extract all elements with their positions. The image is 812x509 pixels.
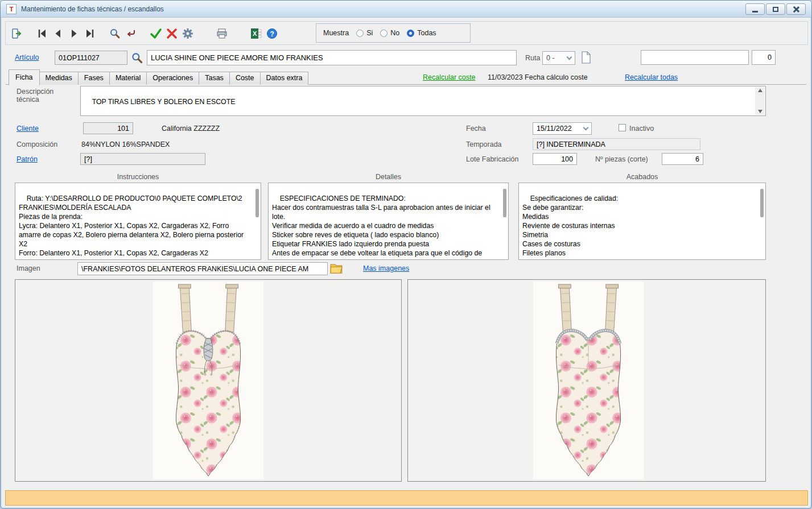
tab-ficha[interactable]: Ficha [9,69,40,85]
muestra-group: Muestra Si No Todas [316,23,471,43]
previous-record-icon [52,27,64,40]
scroll-down-icon[interactable] [758,110,762,113]
patron-field[interactable]: [?] [80,153,205,165]
acabados-scrollbar[interactable] [760,189,764,217]
num-piezas-field[interactable]: 6 [662,153,703,165]
last-record-button[interactable] [82,26,98,41]
fecha-combo[interactable]: 15/11/2022 [533,122,592,135]
descripcion-tecnica-value: TOP TIRAS LIBRES Y BOLERO EN ESCOTE [92,98,236,106]
muestra-radio-si[interactable]: Si [356,29,373,37]
descripcion-scrollbar[interactable] [755,87,765,115]
svg-text:X: X [253,30,257,37]
tools-gear-icon [182,27,194,40]
cancel-x-icon [165,27,179,40]
detalles-header: Detalles [268,173,509,181]
tab-tasas[interactable]: Tasas [199,72,230,85]
app-window: T Mantenimiento de fichas técnicas / esc… [0,0,812,509]
tab-operaciones[interactable]: Operaciones [146,72,199,85]
radio-todas-label: Todas [417,29,436,37]
detalles-scrollbar[interactable] [503,189,506,217]
temporada-field: [?] INDETERMINADA [533,138,700,150]
detalles-textarea[interactable]: ESPECIFICACIONES DE TERMINADO: Hacer dos… [268,183,509,260]
print-button[interactable] [214,26,230,41]
tab-strip: Ficha Medidas Fases Material Operaciones… [9,69,308,85]
next-record-button[interactable] [66,26,82,41]
cliente-code-field[interactable]: 101 [83,122,133,134]
restore-button[interactable] [766,3,785,15]
next-record-icon [68,27,80,40]
tab-coste[interactable]: Coste [229,72,261,85]
articulo-search-button[interactable] [130,51,144,67]
main-toolbar: X ? Muestra Si No [5,21,808,45]
tab-fases[interactable]: Fases [78,72,110,85]
recalcular-todas-link[interactable]: Recalcular todas [625,73,678,81]
new-document-button[interactable] [580,51,592,67]
search-icon [130,51,144,65]
radio-no-icon[interactable] [380,30,388,37]
first-record-button[interactable] [34,26,50,41]
help-icon: ? [266,27,278,40]
chevron-down-icon [583,125,589,131]
minimize-button[interactable] [745,3,765,15]
browse-image-button[interactable] [329,262,343,277]
lote-fabricacion-field[interactable]: 100 [533,153,577,165]
instrucciones-textarea[interactable]: Ruta: Y:\DESARROLLO DE PRODUCTO\0 PAQUET… [15,183,261,260]
garment-front-keyhole-image [151,280,265,481]
return-button[interactable] [123,26,139,41]
fecha-calculo-coste-text: 11/03/2023 Fecha cálculo coste [488,73,588,81]
cliente-link[interactable]: Cliente [17,125,39,133]
accept-button[interactable] [148,26,164,41]
window-title: Mantenimiento de fichas técnicas / escan… [21,5,164,13]
muestra-radio-todas[interactable]: Todas [407,29,436,37]
temporada-label: Temporada [466,140,502,148]
radio-si-icon[interactable] [356,30,364,37]
descripcion-tecnica-input[interactable]: TOP TIRAS LIBRES Y BOLERO EN ESCOTE [80,86,766,116]
inactivo-checkbox[interactable] [619,124,626,131]
acabados-textarea[interactable]: Especificaciones de calidad: Se debe gar… [518,183,766,260]
cancel-button[interactable] [164,26,180,41]
help-button[interactable]: ? [264,26,280,41]
close-button[interactable] [786,3,806,15]
articulo-code-field[interactable]: 01OP111027 [55,51,127,65]
recalcular-coste-link[interactable]: Recalcular coste [423,73,475,81]
instrucciones-header: Instrucciones [15,173,261,181]
tab-medidas[interactable]: Medidas [39,72,79,85]
previous-record-button[interactable] [50,26,66,41]
muestra-radio-no[interactable]: No [380,29,399,37]
app-logo-icon: T [6,4,17,14]
ruta-label: Ruta [525,54,540,62]
extra-input-field[interactable] [641,50,749,65]
new-document-icon [580,51,592,64]
instrucciones-text: Ruta: Y:\DESARROLLO DE PRODUCTO\0 PAQUET… [19,195,246,257]
muestra-label: Muestra [323,29,349,37]
tab-datos-extra[interactable]: Datos extra [260,72,309,85]
counter-field[interactable]: 0 [752,50,776,65]
inactivo-label: Inactivo [629,125,654,133]
imagen-path-field[interactable]: \FRANKIES\FOTOS DELANTEROS FRANKIES\LUCI… [77,262,328,275]
status-bar [5,490,808,506]
tab-material[interactable]: Material [109,72,147,85]
composicion-value: 84%NYLON 16%SPANDEX [81,140,170,148]
export-excel-button[interactable]: X [248,26,264,41]
svg-text:?: ? [270,30,274,38]
articulo-description-field[interactable]: LUCIA SHINE ONE PIECE AMORE MIO FRANKIES [147,50,517,65]
lote-fabricacion-label: Lote Fabricación [466,155,518,163]
title-bar[interactable]: T Mantenimiento de fichas técnicas / esc… [1,1,811,18]
last-record-icon [84,27,96,40]
garment-front-lace-image [531,280,645,481]
acabados-header: Acabados [518,173,766,181]
radio-todas-icon[interactable] [407,30,414,37]
articulo-link[interactable]: Artículo [15,53,39,61]
ruta-combo[interactable]: 0 - [542,51,575,65]
search-record-button[interactable] [107,26,123,41]
exit-button[interactable] [9,26,25,41]
print-icon [216,27,228,40]
acabados-text: Especificaciones de calidad: Se debe gar… [522,195,618,260]
radio-si-label: Si [366,29,373,37]
instrucciones-scrollbar[interactable] [255,189,259,217]
scroll-up-icon[interactable] [758,89,762,92]
composicion-label: Composición [17,140,57,148]
mas-imagenes-link[interactable]: Mas imagenes [363,264,409,272]
tools-button[interactable] [180,26,196,41]
patron-link[interactable]: Patrón [17,155,38,163]
